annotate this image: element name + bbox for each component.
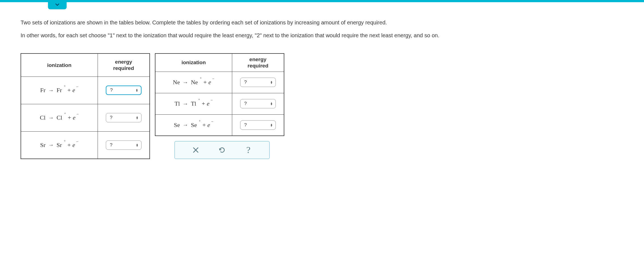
expand-tab-button[interactable] [48,0,67,9]
chevron-down-icon [54,2,60,8]
energy-cell: ? ▲▼ [232,114,284,136]
energy-select-t1-r2[interactable]: ? ▲▼ [106,113,141,122]
table1-header-ionization: ionization [21,53,98,77]
energy-select-t2-r2[interactable]: ? ▲▼ [240,99,276,108]
table2-header-energy: energy required [232,53,284,72]
energy-cell: ? ▲▼ [232,72,284,93]
ionization-cell: Sr → Sr+ + e− [21,131,98,159]
ionization-table-2: ionization energy required Ne → Ne+ + e− [155,53,284,136]
stepper-icon: ▲▼ [270,102,273,105]
ionization-table-1: ionization energy required Fr → Fr+ + e−… [21,53,150,159]
help-button[interactable]: ? [243,145,254,156]
stepper-icon: ▲▼ [136,143,138,147]
undo-icon [218,146,226,154]
stepper-icon: ▲▼ [270,123,273,127]
ionization-cell: Fr → Fr+ + e− [21,77,98,104]
clear-button[interactable] [190,145,201,156]
ionization-cell: Ne → Ne+ + e− [155,72,232,93]
question-mark-icon: ? [246,145,250,155]
stepper-icon: ▲▼ [136,89,138,92]
energy-select-t2-r3[interactable]: ? ▲▼ [240,120,276,130]
arrow-icon: → [181,101,189,107]
energy-cell: ? ▲▼ [98,104,150,131]
energy-cell: ? ▲▼ [232,93,284,114]
energy-select-t1-r3[interactable]: ? ▲▼ [106,140,141,150]
stepper-icon: ▲▼ [136,116,138,119]
right-column: ionization energy required Ne → Ne+ + e− [155,53,284,159]
energy-select-t1-r1[interactable]: ? ▲▼ [106,86,141,95]
table2-header-ionization: ionization [155,53,232,72]
close-icon [192,146,200,154]
table-row: Ne → Ne+ + e− ? ▲▼ [155,72,284,93]
arrow-icon: → [47,115,55,121]
table-row: Tl → Tl+ + e− ? ▲▼ [155,93,284,114]
tables-container: ionization energy required Fr → Fr+ + e−… [21,53,623,159]
reset-button[interactable] [217,145,228,156]
ionization-cell: Tl → Tl+ + e− [155,93,232,114]
table1-header-energy: energy required [98,53,150,77]
table-row: Se → Se+ + e− ? ▲▼ [155,114,284,136]
question-content: Two sets of ionizations are shown in the… [0,2,644,159]
arrow-icon: → [181,79,189,86]
table-row: Sr → Sr+ + e− ? ▲▼ [21,131,150,159]
energy-cell: ? ▲▼ [98,77,150,104]
top-accent-bar [0,0,644,2]
arrow-icon: → [181,122,189,128]
arrow-icon: → [47,142,55,148]
ionization-cell: Se → Se+ + e− [155,114,232,136]
table-row: Cl → Cl+ + e− ? ▲▼ [21,104,150,131]
energy-cell: ? ▲▼ [98,131,150,159]
instruction-paragraph-2: In other words, for each set choose "1" … [21,32,623,39]
ionization-cell: Cl → Cl+ + e− [21,104,98,131]
instructions: Two sets of ionizations are shown in the… [21,19,623,39]
table-row: Fr → Fr+ + e− ? ▲▼ [21,77,150,104]
instruction-paragraph-1: Two sets of ionizations are shown in the… [21,19,623,27]
energy-select-t2-r1[interactable]: ? ▲▼ [240,78,276,87]
stepper-icon: ▲▼ [270,81,273,84]
action-toolbar: ? [174,141,270,159]
arrow-icon: → [47,87,55,94]
